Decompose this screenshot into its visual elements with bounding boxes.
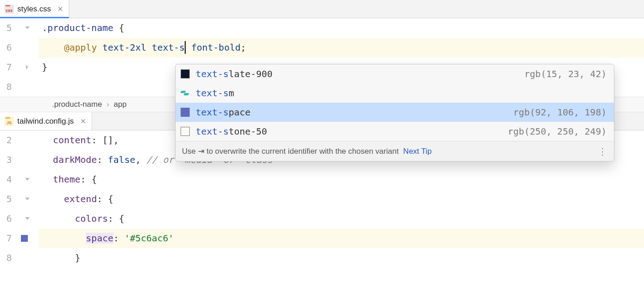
close-tab-icon[interactable]: ✕ (55, 5, 63, 13)
color-swatch-icon (180, 107, 190, 117)
completion-label: text-slate-900 (196, 68, 519, 79)
completion-item[interactable]: text-sm (176, 83, 614, 103)
fold-icon[interactable] (25, 195, 31, 204)
line-number: 2 (5, 130, 12, 150)
color-swatch-icon (180, 69, 190, 79)
js-file-icon: JS (5, 117, 14, 126)
fold-icon[interactable] (25, 214, 31, 224)
line-number: 6 (5, 209, 12, 229)
line-number: 8 (5, 77, 12, 97)
tab-styles-css[interactable]: css styles.css ✕ (0, 0, 69, 18)
fold-icon[interactable] (25, 24, 31, 33)
css-selector: .product-name (42, 22, 114, 33)
line-number: 7 (5, 229, 12, 248)
line-number: 5 (5, 18, 12, 38)
next-tip-link[interactable]: Next Tip (403, 147, 431, 156)
tab-filename: styles.css (17, 5, 51, 14)
css-file-icon: css (5, 5, 14, 14)
completion-label: text-stone-50 (196, 126, 502, 137)
popup-hint-text: Use ⇥ to overwrite the current identifie… (182, 146, 399, 156)
breadcrumb-item[interactable]: .product-name (52, 100, 102, 109)
tab-bar-top: css styles.css ✕ (0, 0, 644, 18)
line-number: 3 (5, 150, 12, 170)
kebab-menu-icon[interactable]: ⋮ (598, 146, 608, 157)
line-number: 6 (5, 38, 12, 57)
completion-hint: rgb(250, 250, 249) (508, 126, 607, 137)
popup-footer: Use ⇥ to overwrite the current identifie… (176, 141, 614, 161)
completion-hint: rgb(92, 106, 198) (513, 107, 607, 118)
line-number: 8 (5, 248, 12, 268)
close-tab-icon[interactable]: ✕ (78, 117, 86, 125)
line-number: 4 (5, 170, 12, 189)
completion-hint: rgb(15, 23, 42) (524, 68, 607, 79)
color-chip-icon[interactable] (21, 235, 28, 242)
tailwind-icon (180, 88, 190, 98)
line-number: 7 (5, 57, 12, 77)
tab-tailwind-config[interactable]: JS tailwind.config.js ✕ (0, 112, 92, 130)
completion-label: text-sm (196, 88, 607, 99)
completion-label: text-space (196, 107, 508, 118)
completion-popup: text-slate-900rgb(15, 23, 42)text-smtext… (175, 64, 614, 162)
chevron-right-icon: › (107, 100, 109, 109)
line-number: 5 (5, 189, 12, 209)
completion-item[interactable]: text-slate-900rgb(15, 23, 42) (176, 64, 614, 83)
fold-icon[interactable] (25, 63, 31, 72)
fold-icon[interactable] (25, 175, 31, 184)
completion-item[interactable]: text-stone-50rgb(250, 250, 249) (176, 122, 614, 141)
completion-item[interactable]: text-spacergb(92, 106, 198) (176, 103, 614, 122)
tab-filename: tailwind.config.js (17, 117, 74, 126)
breadcrumb-item[interactable]: app (114, 100, 126, 109)
active-line: @apply text-2xl text-s font-bold; (38, 38, 644, 57)
gutter-css: 5 6 7 8 (0, 18, 38, 97)
color-swatch-icon (180, 126, 190, 136)
gutter-js: 2 3 4 5 6 7 8 (0, 130, 38, 268)
